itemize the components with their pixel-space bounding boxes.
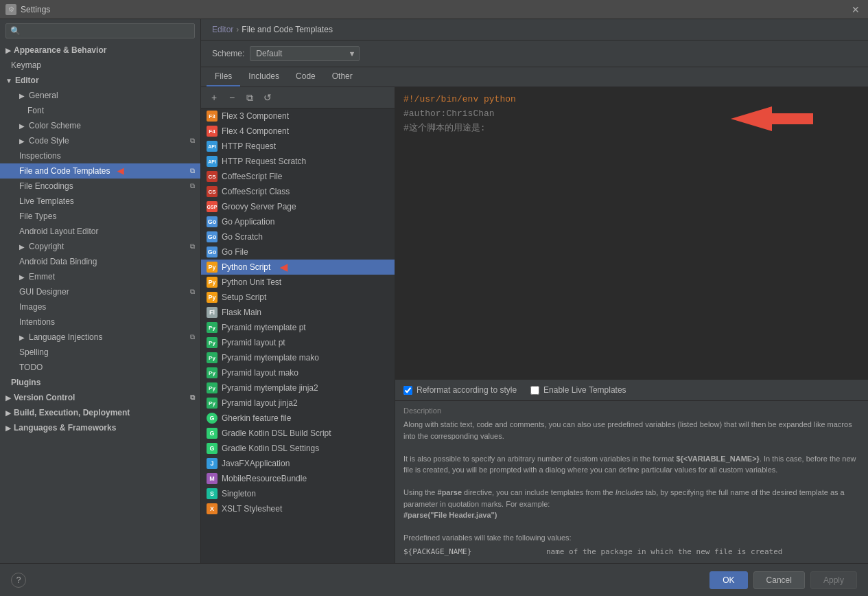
sidebar-item-copyright[interactable]: ▶ Copyright ⧉ [0,239,200,254]
live-templates-checkbox-label[interactable]: Enable Live Templates [530,385,626,395]
tab-other[interactable]: Other [324,67,361,87]
red-arrow-icon: ◀ [117,166,124,176]
sidebar-search-input[interactable] [5,23,195,38]
file-item-label: MobileResourceBundle [222,474,307,483]
file-item-coffeescript-file[interactable]: CS CoffeeScript File [201,169,395,184]
file-icon-flex3: F3 [207,111,218,122]
description-label: Description [403,406,860,415]
sidebar-item-label: File Types [19,211,56,221]
file-item-pyramid-pt[interactable]: Py Pyramid mytemplate pt [201,320,395,335]
sidebar-item-todo[interactable]: TODO [0,360,200,375]
sidebar-item-keymap[interactable]: Keymap [0,58,200,73]
file-icon-api2: API [207,156,218,167]
sidebar-item-file-encodings[interactable]: File Encodings ⧉ [0,179,200,194]
sidebar-item-intentions[interactable]: Intentions [0,314,200,330]
cancel-button[interactable]: Cancel [753,571,805,589]
file-item-pyramid-layout-jinja2[interactable]: Py Pyramid layout jinja2 [201,396,395,411]
description-section: Description Along with static text, code… [395,400,868,563]
sidebar-item-images[interactable]: Images [0,299,200,314]
file-item-go-file[interactable]: Go Go File [201,244,395,260]
description-text-2: It is also possible to specify an arbitr… [403,455,856,474]
sidebar-item-label: Languages & Frameworks [14,423,116,433]
sidebar-item-code-style[interactable]: ▶ Code Style ⧉ [0,133,200,148]
sidebar-item-general[interactable]: ▶ General [0,88,200,103]
file-item-coffeescript-class[interactable]: CS CoffeeScript Class [201,184,395,199]
sidebar-item-android-data[interactable]: Android Data Binding [0,254,200,269]
file-item-mobile-resource[interactable]: M MobileResourceBundle [201,471,395,486]
copy-icon: ⧉ [190,167,195,175]
right-panel: #!/usr/bin/env python #author:ChrisChan … [395,87,868,563]
expand-arrow-icon: ▶ [19,273,25,281]
file-item-http-request[interactable]: API HTTP Request [201,139,395,154]
sidebar-item-build[interactable]: ▶ Build, Execution, Deployment [0,405,200,420]
add-template-button[interactable]: + [207,90,222,105]
file-item-go-app[interactable]: Go Go Application [201,214,395,229]
tab-code[interactable]: Code [288,67,324,87]
sidebar-item-gui-designer[interactable]: GUI Designer ⧉ [0,284,200,299]
file-item-groovy[interactable]: GSP Groovy Server Page [201,199,395,214]
code-editor[interactable]: #!/usr/bin/env python #author:ChrisChan … [395,87,868,379]
breadcrumb: Editor › File and Code Templates [201,19,868,41]
file-item-pyramid-layout-pt[interactable]: Py Pyramid layout pt [201,335,395,350]
sidebar-item-editor[interactable]: ▼ Editor [0,73,200,88]
file-item-xslt[interactable]: X XSLT Stylesheet [201,501,395,516]
sidebar-item-emmet[interactable]: ▶ Emmet [0,269,200,284]
sidebar-item-version-control[interactable]: ▶ Version Control ⧉ [0,390,200,405]
file-item-label: Flex 3 Component [222,111,289,121]
ok-button[interactable]: OK [709,571,747,589]
sidebar-item-plugins[interactable]: Plugins [0,375,200,390]
sidebar-item-language-injections[interactable]: ▶ Language Injections ⧉ [0,330,200,345]
sidebar-item-color-scheme[interactable]: ▶ Color Scheme [0,118,200,133]
sidebar-item-inspections[interactable]: Inspections [0,148,200,163]
file-icon-pyramid4: Py [207,367,218,378]
copy-template-button[interactable]: ⧉ [242,90,257,105]
apply-button[interactable]: Apply [810,571,857,589]
app-icon: ⚙ [5,4,16,15]
tab-files[interactable]: Files [207,67,240,87]
tab-includes[interactable]: Includes [240,67,288,87]
sidebar-item-android-layout[interactable]: Android Layout Editor [0,224,200,239]
reformat-checkbox[interactable] [403,386,412,395]
sidebar-item-appearance[interactable]: ▶ Appearance & Behavior [0,43,200,58]
sidebar-item-languages[interactable]: ▶ Languages & Frameworks [0,420,200,435]
file-item-gradle-kotlin-dsl[interactable]: G Gradle Kotlin DSL Build Script [201,426,395,441]
file-item-setup-script[interactable]: Py Setup Script [201,290,395,305]
description-text-1: Along with static text, code and comment… [403,420,852,440]
file-item-flask-main[interactable]: Fl Flask Main [201,305,395,320]
file-item-label: Go File [222,247,248,257]
scheme-select[interactable]: Default Project [250,46,360,61]
sidebar-item-label: Color Scheme [29,121,81,130]
sidebar-item-label: Appearance & Behavior [14,45,106,55]
live-templates-checkbox[interactable] [530,386,539,395]
reset-template-button[interactable]: ↺ [260,90,275,105]
file-item-pyramid-mako[interactable]: Py Pyramid mytemplate mako [201,350,395,365]
file-item-gherkin[interactable]: G Gherkin feature file [201,411,395,426]
sidebar-item-label: Android Data Binding [19,257,97,266]
file-item-javafx[interactable]: J JavaFXApplication [201,456,395,471]
sidebar-item-file-code-templates[interactable]: File and Code Templates ◀ ⧉ [0,163,200,179]
file-item-go-scratch[interactable]: Go Go Scratch [201,229,395,244]
file-icon-go3: Go [207,247,218,257]
file-item-pyramid-jinja2[interactable]: Py Pyramid mytemplate jinja2 [201,380,395,396]
file-item-gradle-kotlin-settings[interactable]: G Gradle Kotlin DSL Settings [201,441,395,456]
help-button[interactable]: ? [11,573,26,588]
file-item-label: Pyramid layout pt [222,338,285,347]
sidebar-item-label: Code Style [29,136,69,146]
titlebar-left: ⚙ Settings [5,4,50,15]
reformat-checkbox-label[interactable]: Reformat according to style [403,385,517,395]
file-item-label: Pyramid mytemplate mako [222,353,319,363]
file-item-singleton[interactable]: S Singleton [201,486,395,501]
close-button[interactable]: ✕ [849,3,863,16]
live-templates-label: Enable Live Templates [543,385,626,395]
sidebar-item-font[interactable]: Font [0,103,200,118]
file-item-python-script[interactable]: Py Python Script ◀ [201,260,395,275]
file-item-flex3[interactable]: F3 Flex 3 Component [201,108,395,124]
remove-template-button[interactable]: − [224,90,239,105]
file-item-python-unit[interactable]: Py Python Unit Test [201,275,395,290]
sidebar-item-spelling[interactable]: Spelling [0,345,200,360]
sidebar-item-live-templates[interactable]: Live Templates [0,194,200,209]
file-item-http-scratch[interactable]: API HTTP Request Scratch [201,154,395,169]
file-item-flex4[interactable]: F4 Flex 4 Component [201,124,395,139]
sidebar-item-file-types[interactable]: File Types [0,209,200,224]
file-item-pyramid-layout-mako[interactable]: Py Pyramid layout mako [201,365,395,380]
